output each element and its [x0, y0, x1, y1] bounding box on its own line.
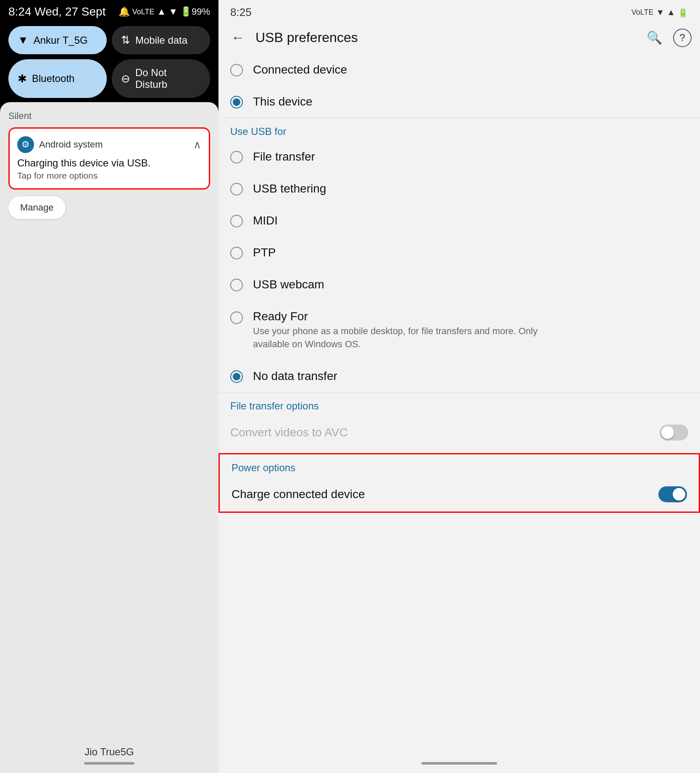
mobile-data-label: Mobile data [135, 34, 187, 46]
notification-area: Silent ⚙ Android system ∧ Charging this … [0, 102, 218, 738]
status-bar-right: 8:25 VoLTE ▼ ▲ 🔋 [218, 0, 700, 23]
volte-icon: VoLTE [132, 8, 155, 16]
file-transfer-label: File transfer [253, 150, 315, 164]
wifi-tile-label: Ankur T_5G [34, 34, 88, 46]
ptp-radio[interactable] [230, 247, 243, 259]
ready-for-label-group: Ready For Use your phone as a mobile des… [253, 310, 568, 351]
wifi-right-icon: ▼ [656, 8, 664, 17]
notif-app-name: Android system [39, 139, 103, 150]
use-usb-for-title: Use USB for [218, 118, 700, 141]
wifi-icon: ▼ [168, 6, 178, 17]
charge-connected-row: Charge connected device [220, 477, 699, 512]
notif-sub: Tap for more options [17, 171, 201, 181]
volte-right-icon: VoLTE [632, 8, 654, 17]
file-transfer-option[interactable]: File transfer [218, 141, 700, 173]
no-data-transfer-option[interactable]: No data transfer [218, 360, 700, 392]
connected-device-label-group: Connected device [253, 63, 347, 77]
signal-right-icon: ▲ [667, 8, 675, 17]
search-icon[interactable]: 🔍 [642, 28, 666, 47]
mobile-data-icon: ⇅ [121, 34, 130, 47]
status-icons-left: 🔔 VoLTE ▲ ▼ 🔋99% [118, 6, 210, 17]
help-icon[interactable]: ? [673, 29, 692, 47]
notif-message: Charging this device via USB. [17, 157, 201, 169]
ptp-label: PTP [253, 246, 276, 259]
midi-label: MIDI [253, 214, 278, 227]
home-indicator-right [421, 762, 497, 765]
time-left: 8:24 Wed, 27 Sept [8, 5, 105, 18]
usb-webcam-label: USB webcam [253, 278, 324, 291]
usb-webcam-option[interactable]: USB webcam [218, 269, 700, 301]
connected-device-option[interactable]: Connected device [218, 54, 700, 86]
midi-radio[interactable] [230, 215, 243, 227]
right-panel: 8:25 VoLTE ▼ ▲ 🔋 ← USB preferences 🔍 ? C… [218, 0, 700, 773]
left-bottom: Jio True5G [0, 738, 218, 773]
charge-connected-toggle[interactable] [658, 486, 687, 502]
signal-icon: ▲ [157, 6, 166, 17]
ptp-option[interactable]: PTP [218, 237, 700, 269]
android-system-icon: ⚙ [17, 136, 34, 153]
status-bar-left: 8:24 Wed, 27 Sept 🔔 VoLTE ▲ ▼ 🔋99% [0, 0, 218, 22]
usb-tethering-option[interactable]: USB tethering [218, 173, 700, 205]
bluetooth-label: Bluetooth [32, 73, 74, 84]
bluetooth-tile[interactable]: ✱ Bluetooth [8, 59, 107, 98]
connected-device-radio[interactable] [230, 64, 243, 77]
this-device-option[interactable]: This device [218, 86, 700, 118]
usb-tethering-label: USB tethering [253, 182, 326, 195]
home-indicator-left [84, 762, 134, 765]
ready-for-option[interactable]: Ready For Use your phone as a mobile des… [218, 301, 700, 360]
quick-tiles: ▼ Ankur T_5G ⇅ Mobile data ✱ Bluetooth ⊖… [0, 22, 218, 102]
battery-right-icon: 🔋 [678, 8, 688, 18]
notification-card[interactable]: ⚙ Android system ∧ Charging this device … [8, 127, 210, 190]
usb-content: Connected device This device Use USB for… [218, 54, 700, 755]
expand-icon[interactable]: ∧ [193, 138, 201, 151]
mobile-data-tile[interactable]: ⇅ Mobile data [112, 26, 210, 54]
notif-header: ⚙ Android system ∧ [17, 136, 201, 153]
wifi-tile[interactable]: ▼ Ankur T_5G [8, 26, 107, 54]
dnd-label: Do Not Disturb [135, 67, 201, 90]
toolbar: ← USB preferences 🔍 ? [218, 23, 700, 54]
connected-device-label: Connected device [253, 63, 347, 77]
charge-connected-label: Charge connected device [232, 488, 365, 501]
manage-button[interactable]: Manage [8, 196, 66, 219]
this-device-label-group: This device [253, 95, 313, 108]
back-button[interactable]: ← [227, 27, 249, 48]
usb-webcam-radio[interactable] [230, 279, 243, 291]
bluetooth-icon: ✱ [18, 72, 27, 85]
ready-for-sub: Use your phone as a mobile desktop, for … [253, 325, 568, 351]
notif-icon-title: ⚙ Android system [17, 136, 103, 153]
vibrate-icon: 🔔 [118, 6, 130, 17]
usb-tethering-radio[interactable] [230, 183, 243, 195]
this-device-radio[interactable] [230, 96, 243, 108]
power-section: Power options Charge connected device [218, 453, 700, 513]
silent-label: Silent [8, 111, 210, 121]
wifi-tile-icon: ▼ [18, 34, 29, 47]
convert-videos-label: Convert videos to AVC [230, 426, 348, 439]
battery-icon: 🔋99% [180, 6, 210, 17]
toggle-knob [661, 426, 674, 439]
page-title: USB preferences [255, 30, 636, 45]
dnd-icon: ⊖ [121, 72, 130, 85]
file-transfer-radio[interactable] [230, 151, 243, 164]
time-right: 8:25 [230, 6, 252, 19]
ready-for-radio[interactable] [230, 311, 243, 324]
file-transfer-options-title: File transfer options [218, 393, 700, 415]
status-icons-right: VoLTE ▼ ▲ 🔋 [632, 8, 688, 18]
no-data-transfer-label: No data transfer [253, 369, 337, 383]
convert-videos-row: Convert videos to AVC [218, 415, 700, 450]
convert-videos-toggle[interactable] [660, 425, 688, 441]
ready-for-label: Ready For [253, 310, 568, 323]
carrier-label: Jio True5G [8, 746, 210, 758]
no-data-transfer-radio[interactable] [230, 370, 243, 383]
this-device-label: This device [253, 95, 313, 108]
midi-option[interactable]: MIDI [218, 205, 700, 237]
power-options-title: Power options [220, 454, 699, 477]
dnd-tile[interactable]: ⊖ Do Not Disturb [112, 59, 210, 98]
charge-toggle-knob [673, 488, 685, 501]
left-panel: 8:24 Wed, 27 Sept 🔔 VoLTE ▲ ▼ 🔋99% ▼ Ank… [0, 0, 218, 773]
